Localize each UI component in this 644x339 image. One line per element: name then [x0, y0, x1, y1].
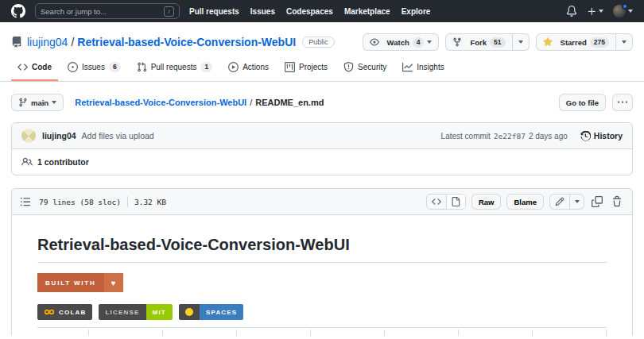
chevron-down-icon: [427, 40, 432, 44]
commit-author-avatar[interactable]: [21, 129, 36, 143]
repo-title: liujing04 / Retrieval-based-Voice-Conver…: [27, 36, 296, 48]
search-input[interactable]: [41, 7, 159, 16]
issues-count: 6: [109, 62, 121, 72]
repo-tab-bar: Code Issues 6 Pull requests 1 Actions Pr…: [0, 56, 644, 82]
unread-notification-dot: [622, 3, 628, 10]
shield-badges-row: COLAB LICENSE MIT SPACES: [37, 304, 607, 320]
license-badge[interactable]: LICENSE MIT: [99, 304, 172, 320]
branch-selector-button[interactable]: main: [11, 94, 64, 111]
starred-label: Starred: [561, 38, 587, 47]
edit-file-button[interactable]: [549, 194, 570, 210]
branch-name: main: [31, 98, 48, 107]
star-icon: [543, 37, 553, 47]
go-to-file-button[interactable]: Go to file: [559, 94, 606, 111]
commit-hash-link[interactable]: 2e22f87: [494, 132, 526, 141]
tab-insights[interactable]: Insights: [396, 56, 450, 81]
star-dropdown-button[interactable]: [616, 33, 633, 51]
repo-name-link[interactable]: Retrieval-based-Voice-Conversion-WebUI: [77, 36, 296, 48]
github-logo-icon[interactable]: [11, 4, 25, 18]
create-new-button[interactable]: [587, 6, 603, 17]
list-unordered-icon[interactable]: [20, 196, 31, 207]
starred-button[interactable]: Starred 275: [536, 33, 616, 51]
watch-button[interactable]: Watch 4: [363, 33, 440, 51]
raw-button[interactable]: Raw: [471, 194, 502, 210]
watch-count: 4: [413, 37, 425, 48]
tab-actions[interactable]: Actions: [222, 56, 275, 81]
delete-file-button[interactable]: [610, 196, 624, 207]
file-lines-stat: 79 lines (58 sloc): [39, 198, 121, 206]
file-actions: Raw Blame: [426, 194, 624, 210]
display-mode-toggle: [426, 194, 466, 210]
commit-summary-box: liujing04 Add files via upload Latest co…: [11, 122, 633, 175]
blame-label: Blame: [514, 198, 537, 206]
tab-projects[interactable]: Projects: [278, 56, 334, 81]
file-header: 79 lines (58 sloc) 3.32 KB Raw Bla: [12, 189, 632, 215]
shield-icon: [343, 62, 354, 72]
colab-badge[interactable]: COLAB: [37, 304, 92, 320]
fork-dropdown-button[interactable]: [513, 33, 530, 51]
slash-shortcut-key: /: [164, 6, 174, 17]
spaces-badge[interactable]: SPACES: [179, 304, 244, 320]
tab-actions-label: Actions: [242, 63, 269, 71]
nav-pull-requests[interactable]: Pull requests: [189, 7, 239, 16]
global-search-box[interactable]: /: [35, 3, 180, 19]
contributors-row[interactable]: 1 contributor: [12, 148, 632, 175]
tab-pull-requests[interactable]: Pull requests 1: [130, 56, 219, 81]
chevron-down-icon: [599, 10, 603, 13]
nav-issues[interactable]: Issues: [250, 7, 275, 16]
built-with-badge[interactable]: BUILT WITH ♥: [37, 273, 123, 292]
nav-explore[interactable]: Explore: [402, 7, 431, 16]
nav-marketplace[interactable]: Marketplace: [344, 7, 390, 16]
user-menu-button[interactable]: [613, 5, 633, 17]
commit-message-link[interactable]: Add files via upload: [82, 131, 154, 141]
edit-dropdown-button[interactable]: [570, 194, 584, 210]
notifications-bell-icon[interactable]: [566, 6, 577, 17]
readme-table-top-edge: [37, 327, 607, 335]
tab-security[interactable]: Security: [337, 56, 393, 81]
license-badge-value: MIT: [153, 309, 166, 316]
project-icon: [285, 62, 295, 72]
file-meta: 79 lines (58 sloc) 3.32 KB: [39, 196, 166, 207]
git-branch-icon: [18, 98, 28, 107]
breadcrumb-separator: /: [250, 98, 252, 107]
built-with-badge-label: BUILT WITH: [37, 273, 104, 292]
watch-label: Watch: [387, 38, 409, 47]
chevron-down-icon: [52, 101, 56, 104]
divider: [127, 196, 128, 207]
repo-action-buttons: Watch 4 Fork 51 Starred 275: [363, 33, 633, 51]
file-icon: [451, 197, 460, 206]
edit-button-group: [549, 194, 584, 210]
contributors-label: 1 contributor: [37, 157, 89, 167]
colab-badge-label: COLAB: [59, 309, 86, 316]
star-count: 275: [590, 37, 609, 48]
file-blob-box: 79 lines (58 sloc) 3.32 KB Raw Bla: [11, 188, 633, 335]
nav-codespaces[interactable]: Codespaces: [286, 7, 333, 16]
file-size-stat: 3.32 KB: [134, 198, 166, 206]
blame-button[interactable]: Blame: [506, 194, 544, 210]
history-label: History: [594, 131, 623, 141]
code-icon: [432, 197, 441, 206]
main-content: main Retrieval-based-Voice-Conversion-We…: [0, 82, 644, 335]
history-link[interactable]: History: [580, 131, 623, 141]
copy-file-button[interactable]: [590, 196, 604, 207]
spaces-badge-label: SPACES: [206, 309, 238, 316]
repo-header: liujing04 / Retrieval-based-Voice-Conver…: [0, 22, 644, 51]
more-options-button[interactable]: [612, 94, 633, 111]
repo-owner-link[interactable]: liujing04: [27, 36, 68, 48]
tab-issues[interactable]: Issues 6: [61, 56, 127, 81]
fork-button[interactable]: Fork 51: [445, 33, 512, 51]
colab-infinity-icon: [44, 309, 55, 315]
tab-code[interactable]: Code: [11, 56, 58, 81]
trash-icon: [611, 196, 623, 207]
tab-pulls-label: Pull requests: [151, 63, 197, 71]
commit-meta: Latest commit 2e22f87 2 days ago History: [441, 131, 623, 141]
breadcrumb-repo-link[interactable]: Retrieval-based-Voice-Conversion-WebUI: [75, 98, 246, 107]
source-code-view-button[interactable]: [427, 195, 446, 209]
play-icon: [228, 62, 239, 72]
tab-issues-label: Issues: [82, 63, 105, 71]
plus-icon: [587, 6, 597, 17]
fork-count: 51: [490, 37, 505, 48]
commit-time: 2 days ago: [529, 132, 568, 141]
commit-author-link[interactable]: liujing04: [42, 131, 76, 141]
rendered-view-button[interactable]: [446, 195, 465, 209]
